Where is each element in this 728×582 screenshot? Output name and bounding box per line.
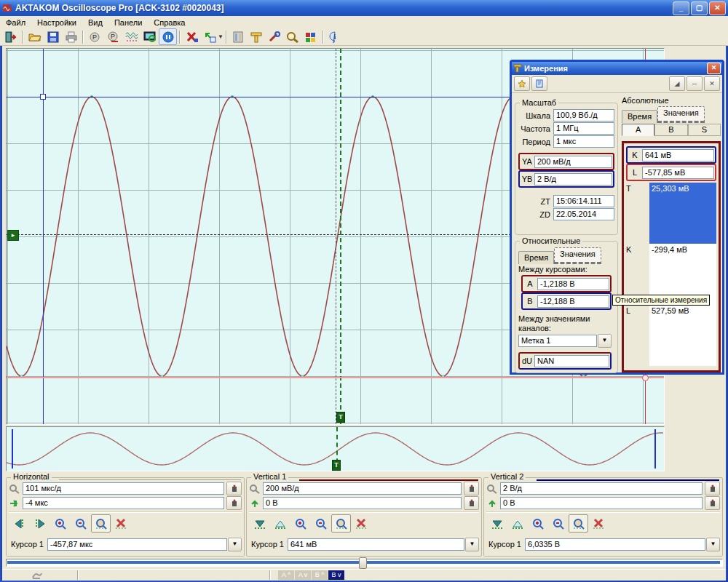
trigger-badge-a-down[interactable]: A v (295, 570, 311, 580)
h-zoom-in-icon[interactable] (50, 514, 70, 533)
cursor-a-value-field[interactable]: -1,2188 В (537, 278, 609, 290)
h-cursor-dropdown[interactable]: ▼ (228, 538, 242, 551)
channel-tab-b[interactable]: B (654, 124, 687, 136)
h-shift-left-icon[interactable] (9, 514, 29, 533)
title-bar[interactable]: AKTAKOM Oscilloscope Pro [ACK-3102 #0020… (0, 0, 728, 16)
v2-auto-fit-icon[interactable] (569, 514, 588, 533)
wizard-icon[interactable] (302, 28, 320, 45)
list-row-t[interactable]: T 25,303 мВ (626, 183, 716, 244)
record-a-icon[interactable]: P (86, 28, 104, 45)
absolute-tab-values[interactable]: Значения (657, 106, 705, 123)
v1-zoom-out-icon[interactable] (311, 514, 331, 533)
v1-scale-apply-button[interactable] (464, 482, 479, 495)
v2-zoom-in-icon[interactable] (528, 514, 547, 533)
h-position-field[interactable]: -4 мкс (23, 497, 224, 509)
channel-tab-a[interactable]: A (622, 124, 654, 136)
v1-scale-field[interactable]: 200 мВ/д (263, 482, 462, 495)
v2-cursor-value-field[interactable]: 6,0335 В (525, 538, 705, 551)
trigger-flag[interactable]: T (336, 412, 345, 423)
zoom-tool-icon[interactable] (284, 28, 302, 45)
help-book-icon[interactable] (531, 76, 547, 91)
trigger-badge-b-up[interactable]: B ^ (312, 570, 328, 580)
menu-panels[interactable]: Панели (108, 17, 148, 28)
display-icon[interactable] (141, 28, 159, 45)
view-range-left[interactable] (12, 429, 13, 469)
save-icon[interactable] (44, 28, 62, 45)
scale-value-field[interactable]: 100,9 Вб./д (553, 109, 614, 121)
h-cursor-value-field[interactable]: -457,87 мкс (47, 538, 227, 551)
h-position-apply-button[interactable] (226, 496, 242, 510)
v2-shift-down-icon[interactable] (487, 514, 507, 533)
time-scrollbar-thumb[interactable] (359, 557, 367, 569)
zt-value-field[interactable]: 15:06:14.111 (553, 195, 614, 207)
v2-scale-apply-button[interactable] (705, 482, 720, 495)
v1-zoom-in-icon[interactable] (290, 514, 310, 533)
tools-icon[interactable] (266, 28, 284, 45)
h-zoom-out-icon[interactable] (71, 514, 90, 533)
menu-file[interactable]: Файл (0, 17, 31, 28)
k-value-field[interactable]: 641 мВ (642, 149, 714, 162)
panels-icon[interactable] (229, 28, 248, 45)
dialog-close-button[interactable]: ✕ (707, 63, 721, 74)
pause-icon[interactable] (159, 28, 177, 45)
minimize-panel-button[interactable]: ─ (687, 76, 703, 91)
mark-select-dropdown[interactable]: ▼ (598, 334, 612, 348)
v1-cursor-dropdown[interactable]: ▼ (465, 538, 479, 551)
frequency-value-field[interactable]: 1 МГц (553, 122, 614, 135)
trigger-badge-a-up[interactable]: A ^ (278, 570, 294, 580)
v1-offset-apply-button[interactable] (464, 496, 479, 510)
mark-select[interactable]: Метка 1 (518, 335, 597, 347)
relative-tab-values[interactable]: Значения (554, 247, 601, 264)
v2-offset-field[interactable]: 0 В (500, 497, 703, 509)
v1-delete-cursor-icon[interactable] (352, 514, 371, 533)
cursor-b-value-field[interactable]: -12,188 В (537, 295, 609, 308)
ya-value-field[interactable]: 200 мВ/д (534, 156, 612, 168)
view-range-right[interactable] (654, 429, 656, 469)
info-icon[interactable]: i (326, 28, 344, 45)
add-cursor-icon[interactable] (201, 28, 219, 45)
cursor-1-handle[interactable] (40, 94, 46, 100)
open-folder-icon[interactable] (25, 28, 44, 45)
favorites-icon[interactable] (514, 76, 530, 91)
cursor-2-handle[interactable] (642, 375, 649, 381)
v2-zoom-out-icon[interactable] (548, 514, 568, 533)
v2-delete-cursor-icon[interactable] (589, 514, 609, 533)
menu-help[interactable]: Справка (148, 17, 191, 28)
v1-auto-fit-icon[interactable] (331, 514, 351, 533)
v2-offset-apply-button[interactable] (705, 496, 720, 510)
close-panel-button[interactable]: ✕ (704, 76, 720, 91)
h-scale-field[interactable]: 101 мкс/д (23, 482, 224, 495)
waves-icon[interactable] (122, 28, 141, 45)
v1-cursor-value-field[interactable]: 641 мВ (288, 538, 464, 551)
channel-marker[interactable]: ▸ (7, 230, 19, 241)
list-row-l[interactable]: L 527,59 мВ (626, 305, 716, 366)
close-button[interactable]: ✕ (709, 1, 726, 15)
menu-view[interactable]: Вид (82, 17, 108, 28)
overview-plot-area[interactable]: T (6, 426, 665, 471)
v2-scale-field[interactable]: 2 В/д (500, 482, 703, 495)
du-value-field[interactable]: NAN (534, 355, 609, 367)
measurements-dialog-titlebar[interactable]: Измерения ✕ (512, 62, 722, 75)
yb-value-field[interactable]: 2 В/д (534, 173, 612, 186)
h-auto-fit-icon[interactable] (91, 514, 111, 533)
minimize-button[interactable]: _ (673, 1, 689, 15)
cursor-2-horizontal[interactable] (7, 377, 664, 378)
maximize-button[interactable]: ▢ (691, 1, 708, 15)
zd-value-field[interactable]: 22.05.2014 (553, 208, 614, 220)
channel-tab-s[interactable]: S (688, 124, 721, 136)
v1-offset-field[interactable]: 0 В (263, 497, 462, 509)
menu-settings[interactable]: Настройки (31, 17, 82, 28)
record-b-icon[interactable]: P (104, 28, 122, 45)
add-cursor-dropdown[interactable]: ▼ (218, 33, 223, 40)
overview-trigger-flag[interactable]: T (332, 460, 341, 471)
v1-shift-up-icon[interactable] (270, 514, 290, 533)
h-delete-cursor-icon[interactable] (111, 514, 131, 533)
trigger-badge-b-down[interactable]: B v (328, 570, 344, 580)
exit-icon[interactable] (1, 28, 20, 45)
h-shift-right-icon[interactable] (30, 514, 50, 533)
l-value-field[interactable]: -577,85 мВ (642, 167, 714, 179)
trigger-time-line[interactable] (340, 49, 341, 424)
print-icon[interactable] (62, 28, 80, 45)
v2-cursor-dropdown[interactable]: ▼ (706, 538, 720, 551)
h-scale-apply-button[interactable] (226, 482, 242, 495)
